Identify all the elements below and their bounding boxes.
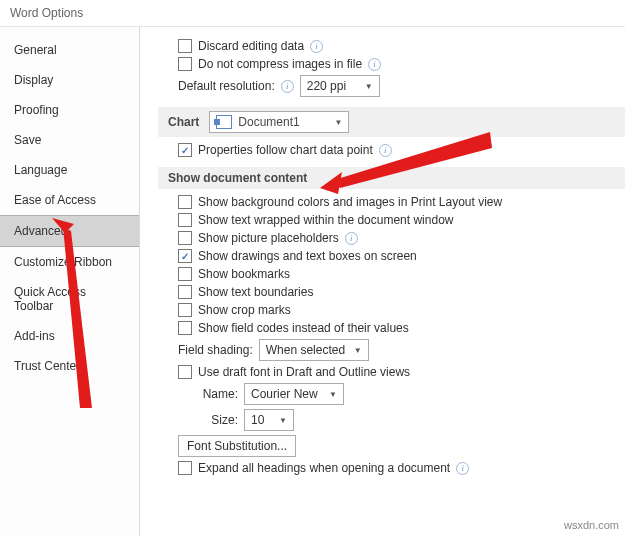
expand-headings-checkbox[interactable] <box>178 461 192 475</box>
show-text-boundaries-row: Show text boundaries <box>178 285 625 299</box>
chart-document-select[interactable]: Document1 ▼ <box>209 111 349 133</box>
show-picture-label: Show picture placeholders <box>198 231 339 245</box>
sidebar-item-language[interactable]: Language <box>0 155 139 185</box>
properties-follow-label: Properties follow chart data point <box>198 143 373 157</box>
properties-follow-row: Properties follow chart data point <box>178 143 625 157</box>
discard-editing-checkbox[interactable] <box>178 39 192 53</box>
sidebar-item-display[interactable]: Display <box>0 65 139 95</box>
draft-font-row: Use draft font in Draft and Outline view… <box>178 365 625 379</box>
sidebar-item-general[interactable]: General <box>0 35 139 65</box>
show-text-boundaries-label: Show text boundaries <box>198 285 313 299</box>
info-icon[interactable] <box>345 232 358 245</box>
window-title: Word Options <box>0 0 625 27</box>
field-shading-label: Field shading: <box>178 343 253 357</box>
properties-follow-checkbox[interactable] <box>178 143 192 157</box>
chart-section-header: Chart Document1 ▼ <box>158 107 625 137</box>
chevron-down-icon: ▼ <box>334 118 342 127</box>
show-background-label: Show background colors and images in Pri… <box>198 195 502 209</box>
show-wrap-row: Show text wrapped within the document wi… <box>178 213 625 227</box>
show-background-checkbox[interactable] <box>178 195 192 209</box>
show-bookmarks-label: Show bookmarks <box>198 267 290 281</box>
default-resolution-row: Default resolution: 220 ppi ▼ <box>178 75 625 97</box>
default-resolution-label: Default resolution: <box>178 79 275 93</box>
show-picture-row: Show picture placeholders <box>178 231 625 245</box>
default-resolution-select[interactable]: 220 ppi ▼ <box>300 75 380 97</box>
default-resolution-value: 220 ppi <box>307 79 346 93</box>
sidebar-item-trust-center[interactable]: Trust Center <box>0 351 139 381</box>
chart-document-value: Document1 <box>238 115 299 129</box>
font-name-value: Courier New <box>251 387 318 401</box>
chart-section-label: Chart <box>168 115 199 129</box>
expand-headings-label: Expand all headings when opening a docum… <box>198 461 450 475</box>
sidebar-item-advanced[interactable]: Advanced <box>0 215 139 247</box>
font-substitution-row: Font Substitution... <box>178 435 625 457</box>
info-icon[interactable] <box>456 462 469 475</box>
font-size-label: Size: <box>198 413 238 427</box>
sidebar: General Display Proofing Save Language E… <box>0 27 140 536</box>
info-icon[interactable] <box>310 40 323 53</box>
sidebar-item-save[interactable]: Save <box>0 125 139 155</box>
sidebar-item-ease-of-access[interactable]: Ease of Access <box>0 185 139 215</box>
compress-label: Do not compress images in file <box>198 57 362 71</box>
show-crop-marks-row: Show crop marks <box>178 303 625 317</box>
show-field-codes-label: Show field codes instead of their values <box>198 321 409 335</box>
chevron-down-icon: ▼ <box>279 416 287 425</box>
compress-checkbox[interactable] <box>178 57 192 71</box>
chevron-down-icon: ▼ <box>354 346 362 355</box>
draft-font-checkbox[interactable] <box>178 365 192 379</box>
show-wrap-checkbox[interactable] <box>178 213 192 227</box>
font-size-select[interactable]: 10 ▼ <box>244 409 294 431</box>
show-picture-checkbox[interactable] <box>178 231 192 245</box>
chevron-down-icon: ▼ <box>329 390 337 399</box>
show-drawings-row: Show drawings and text boxes on screen <box>178 249 625 263</box>
info-icon[interactable] <box>368 58 381 71</box>
expand-headings-row: Expand all headings when opening a docum… <box>178 461 625 475</box>
content-panel: Discard editing data Do not compress ima… <box>140 27 625 536</box>
show-field-codes-row: Show field codes instead of their values <box>178 321 625 335</box>
font-size-value: 10 <box>251 413 264 427</box>
show-drawings-label: Show drawings and text boxes on screen <box>198 249 417 263</box>
show-bookmarks-row: Show bookmarks <box>178 267 625 281</box>
show-document-content-header: Show document content <box>158 167 625 189</box>
font-name-row: Name: Courier New ▼ <box>198 383 625 405</box>
discard-editing-label: Discard editing data <box>198 39 304 53</box>
font-size-row: Size: 10 ▼ <box>198 409 625 431</box>
sidebar-item-customize-ribbon[interactable]: Customize Ribbon <box>0 247 139 277</box>
font-name-label: Name: <box>198 387 238 401</box>
show-field-codes-checkbox[interactable] <box>178 321 192 335</box>
show-background-row: Show background colors and images in Pri… <box>178 195 625 209</box>
font-name-select[interactable]: Courier New ▼ <box>244 383 344 405</box>
main-layout: General Display Proofing Save Language E… <box>0 27 625 536</box>
show-document-content-label: Show document content <box>168 171 307 185</box>
show-crop-marks-label: Show crop marks <box>198 303 291 317</box>
sidebar-item-add-ins[interactable]: Add-ins <box>0 321 139 351</box>
document-icon <box>216 115 232 129</box>
field-shading-value: When selected <box>266 343 345 357</box>
show-wrap-label: Show text wrapped within the document wi… <box>198 213 453 227</box>
show-crop-marks-checkbox[interactable] <box>178 303 192 317</box>
info-icon[interactable] <box>281 80 294 93</box>
chevron-down-icon: ▼ <box>365 82 373 91</box>
field-shading-row: Field shading: When selected ▼ <box>178 339 625 361</box>
field-shading-select[interactable]: When selected ▼ <box>259 339 369 361</box>
info-icon[interactable] <box>379 144 392 157</box>
sidebar-item-quick-access-toolbar[interactable]: Quick Access Toolbar <box>0 277 139 321</box>
show-drawings-checkbox[interactable] <box>178 249 192 263</box>
show-text-boundaries-checkbox[interactable] <box>178 285 192 299</box>
font-substitution-button[interactable]: Font Substitution... <box>178 435 296 457</box>
show-bookmarks-checkbox[interactable] <box>178 267 192 281</box>
sidebar-item-proofing[interactable]: Proofing <box>0 95 139 125</box>
compress-row: Do not compress images in file <box>178 57 625 71</box>
discard-editing-row: Discard editing data <box>178 39 625 53</box>
draft-font-label: Use draft font in Draft and Outline view… <box>198 365 410 379</box>
